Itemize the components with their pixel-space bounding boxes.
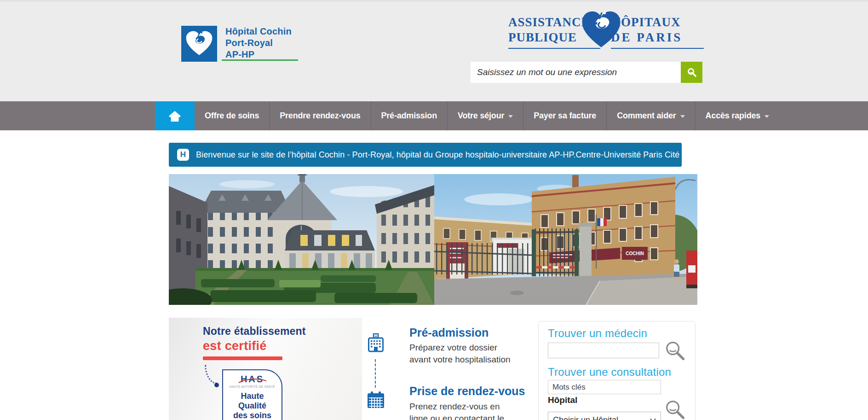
quicklink-rendez-vous-description: Prenez rendez-vous en ligne ou en contac… [409,401,519,420]
finder-card: Trouver un médecin Trouver une consultat… [538,321,696,420]
quicklink-pre-admission-description: Préparez votre dossier avant votre hospi… [409,342,519,366]
welcome-banner: H Bienvenue sur le site de l’hôpital Coc… [169,143,682,167]
has-card-line2: Qualité [223,401,282,411]
search-icon [687,67,697,77]
cochin-logo-text: Hôpital Cochin Port-Royal AP-HP [225,26,292,62]
cochin-logo-line3: AP-HP [225,49,292,60]
quicklink-rendez-vous-title[interactable]: Prise de rendez-vous [409,385,525,398]
search-input[interactable] [471,62,681,83]
photo-port-royal-garden[interactable] [169,174,434,305]
nav-label: Pré-admission [381,111,437,121]
doctor-search-button[interactable] [663,339,687,365]
aphp-word-deparis: DE PARIS [611,30,704,45]
keywords-input[interactable] [548,380,661,394]
nav-label: Accès rapides [706,111,760,121]
nav-item-offre-de-soins[interactable]: Offre de soins [195,101,269,130]
cochin-logo-underline [222,59,298,61]
cochin-sign-label: COCHIN [626,251,644,256]
has-card-line1: Haute [223,391,282,401]
consultation-search-button[interactable] [663,398,687,420]
has-card-text: Haute Qualité des soins [223,391,282,420]
nav-item-pre-admission[interactable]: Pré-admission [371,101,447,130]
photo-carousel: COCHIN [169,174,697,305]
find-consultation-title: Trouver une consultation [548,366,671,379]
photo-cochin-entrance[interactable]: COCHIN [434,174,697,305]
has-logo: HAS [241,374,264,385]
search-icon [663,398,687,420]
hospital-building-icon: H [368,332,384,355]
certification-dotted-arc [205,365,217,384]
nav-label: Offre de soins [205,111,259,121]
aphp-word-hopitaux: HÔPITAUX [611,15,704,30]
nav-item-payer-sa-facture[interactable]: Payer sa facture [523,101,606,130]
has-card-line3: des soins [223,411,282,420]
hospital-label: Hôpital [548,395,577,405]
nav-label: Comment aider [617,111,676,121]
header: Hôpital Cochin Port-Royal AP-HP ASSISTAN… [0,2,868,101]
certification-heading-line2: est certifié [203,339,267,353]
certification-banner[interactable]: Notre établissement est certifié HAS HAU… [169,318,362,420]
hospital-select-value: Choisir un Hôpital [553,415,618,420]
has-full-name: HAUTE AUTORITÉ DE SANTÉ [223,385,282,388]
quick-links: H Pré-admission Préparez votre dossier a… [366,318,536,420]
cochin-heart-icon [181,26,217,62]
nav-label: Votre séjour [458,111,504,121]
cochin-logo-line2: Port-Royal [225,37,292,49]
search-button[interactable] [681,62,702,83]
hospital-select[interactable]: Choisir un Hôpital [548,412,661,420]
has-certificate-card: HAS HAUTE AUTORITÉ DE SANTÉ Haute Qualit… [222,369,282,420]
cochin-logo-link[interactable]: Hôpital Cochin Port-Royal AP-HP [181,26,292,62]
nav-item-prendre-rendez-vous[interactable]: Prendre rendez-vous [269,101,370,130]
dotted-connector [375,359,376,388]
chevron-down-icon [650,417,656,420]
nav-item-acces-rapides[interactable]: Accès rapides [695,101,779,130]
chevron-down-icon [508,115,513,118]
aphp-logo-link[interactable]: ASSISTANCE PUBLIQUE HÔPITAUX DE PARIS [508,9,704,52]
doctor-search-input[interactable] [548,343,659,358]
chevron-down-icon [680,115,685,118]
certification-dot [214,383,219,387]
main-navigation: Offre de soins Prendre rendez-vous Pré-a… [0,101,868,130]
welcome-banner-text: Bienvenue sur le site de l’hôpital Cochi… [196,150,679,160]
chevron-down-icon [765,115,769,118]
certification-red-bar [203,356,282,360]
cochin-logo-line1: Hôpital Cochin [225,26,292,37]
aphp-heart-icon [581,10,621,50]
nav-home-button[interactable] [155,101,195,130]
nav-item-comment-aider[interactable]: Comment aider [606,101,695,130]
page-root: Hôpital Cochin Port-Royal AP-HP ASSISTAN… [0,0,868,420]
quicklink-pre-admission-title[interactable]: Pré-admission [409,326,489,339]
site-search-bar [471,62,702,83]
find-doctor-title: Trouver un médecin [548,327,647,340]
calendar-icon [367,391,385,411]
nav-label: Payer sa facture [534,111,596,121]
nav-item-votre-sejour[interactable]: Votre séjour [447,101,523,130]
certification-heading-line1: Notre établissement [203,325,306,338]
has-swoosh-icon [238,378,267,384]
search-icon [663,339,687,363]
svg-text:H: H [374,335,377,338]
hospital-h-icon: H [177,149,189,161]
home-icon [168,110,181,122]
aphp-logo-right-text: HÔPITAUX DE PARIS [611,15,704,49]
nav-label: Prendre rendez-vous [280,111,360,121]
